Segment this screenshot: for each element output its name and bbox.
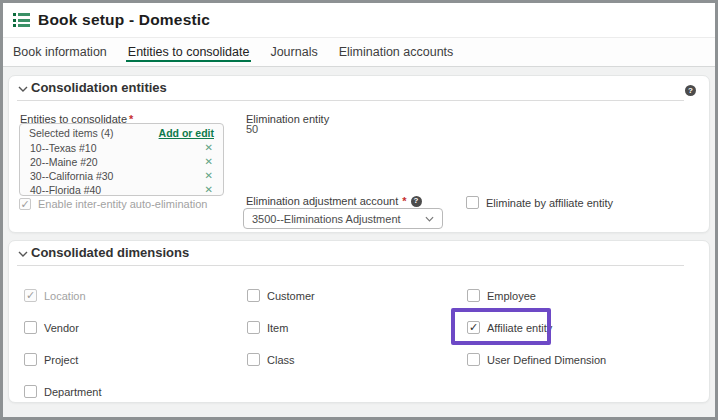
selected-items-count: Selected items (4) <box>29 127 114 139</box>
checkbox[interactable] <box>467 289 480 302</box>
tab-bar: Book information Entities to consolidate… <box>3 37 715 67</box>
book-setup-list-icon <box>13 13 30 27</box>
checkbox[interactable] <box>24 321 37 334</box>
app-window: Book setup - Domestic Book information E… <box>0 0 718 420</box>
consolidated-dimensions-section: Consolidated dimensions ✓ Location Vendo… <box>8 240 710 403</box>
add-or-edit-link[interactable]: Add or edit <box>159 127 214 139</box>
checkbox-label: Vendor <box>44 322 79 334</box>
field-label: Elimination entity <box>246 113 329 125</box>
checkbox-label: Class <box>267 354 295 366</box>
listbox-header: Selected items (4) Add or edit <box>20 124 223 141</box>
checkbox-user-defined-dimension[interactable]: User Defined Dimension <box>467 353 606 366</box>
section-divider <box>17 100 684 101</box>
adjustment-account-select[interactable]: 3500--Eliminations Adjustment <box>243 208 443 229</box>
entity-name: 40--Florida #40 <box>30 184 101 196</box>
checkbox-label: Affiliate entity <box>487 322 552 334</box>
checkbox-department[interactable]: Department <box>24 385 101 398</box>
checkbox-eliminate-by-affiliate-entity[interactable]: Eliminate by affiliate entity <box>466 196 613 209</box>
tab-label: Elimination accounts <box>339 45 454 59</box>
tab-elimination-accounts[interactable]: Elimination accounts <box>339 38 454 66</box>
checkbox-location[interactable]: ✓ Location <box>24 289 86 302</box>
collapse-chevron-icon[interactable] <box>18 251 28 257</box>
tab-label: Book information <box>13 45 107 59</box>
checkbox-label: Location <box>44 290 86 302</box>
checkbox-label: Item <box>267 322 288 334</box>
help-icon[interactable]: ? <box>411 196 422 207</box>
entity-name: 10--Texas #10 <box>30 142 97 154</box>
section-title: Consolidated dimensions <box>31 245 189 260</box>
checkbox[interactable] <box>247 321 260 334</box>
checkbox-label: Customer <box>267 290 315 302</box>
checkbox-vendor[interactable]: Vendor <box>24 321 79 334</box>
active-tab-underline <box>126 60 252 62</box>
check-icon: ✓ <box>26 290 35 301</box>
elimination-entity-label: Elimination entity <box>246 109 329 127</box>
entity-list-item: 40--Florida #40 ✕ <box>20 183 223 196</box>
checkbox[interactable] <box>466 196 479 209</box>
checkbox-enable-inter-entity-auto-elimination[interactable]: ✓ Enable inter-entity auto-elimination <box>19 198 207 210</box>
checkbox[interactable]: ✓ <box>19 198 31 210</box>
tab-book-information[interactable]: Book information <box>13 38 107 66</box>
checkbox[interactable] <box>24 385 37 398</box>
entity-name: 30--California #30 <box>30 170 113 182</box>
checkbox-item[interactable]: Item <box>247 321 288 334</box>
checkbox-label: Eliminate by affiliate entity <box>486 197 613 209</box>
consolidation-entities-section: Consolidation entities ? Entities to con… <box>8 75 710 233</box>
collapse-chevron-icon[interactable] <box>18 86 28 92</box>
elimination-adjustment-account-label: Elimination adjustment account* ? <box>246 195 422 207</box>
tab-label: Journals <box>270 45 317 59</box>
entity-name: 20--Maine #20 <box>30 156 98 168</box>
checkbox-label: Employee <box>487 290 536 302</box>
help-icon[interactable]: ? <box>685 85 696 96</box>
checkbox-employee[interactable]: Employee <box>467 289 536 302</box>
checkbox-label: Department <box>44 386 101 398</box>
checkbox-label: User Defined Dimension <box>487 354 606 366</box>
elimination-entity-value: 50 <box>246 123 258 135</box>
entity-list-item: 10--Texas #10 ✕ <box>20 141 223 155</box>
checkbox[interactable] <box>247 289 260 302</box>
checkbox-customer[interactable]: Customer <box>247 289 315 302</box>
checkbox-class[interactable]: Class <box>247 353 295 366</box>
page-content: Consolidation entities ? Entities to con… <box>3 67 715 417</box>
remove-entity-icon[interactable]: ✕ <box>205 171 213 181</box>
checkbox-affiliate-entity[interactable]: ✓ Affiliate entity <box>467 321 552 334</box>
remove-entity-icon[interactable]: ✕ <box>205 157 213 167</box>
remove-entity-icon[interactable]: ✕ <box>205 143 213 153</box>
required-asterisk: * <box>402 195 406 207</box>
check-icon: ✓ <box>20 198 29 209</box>
entity-list-item: 30--California #30 ✕ <box>20 169 223 183</box>
check-icon: ✓ <box>469 322 478 333</box>
checkbox[interactable]: ✓ <box>467 321 480 334</box>
selected-entities-listbox: Selected items (4) Add or edit 10--Texas… <box>19 123 224 196</box>
checkbox[interactable] <box>467 353 480 366</box>
checkbox-label: Enable inter-entity auto-elimination <box>38 198 207 210</box>
chevron-down-icon <box>425 216 434 222</box>
page-title: Book setup - Domestic <box>38 11 210 29</box>
section-title: Consolidation entities <box>31 80 167 95</box>
checkbox[interactable]: ✓ <box>24 289 37 302</box>
checkbox-project[interactable]: Project <box>24 353 78 366</box>
field-label: Elimination adjustment account <box>246 195 398 207</box>
checkbox-label: Project <box>44 354 78 366</box>
page-header: Book setup - Domestic <box>3 3 715 37</box>
remove-entity-icon[interactable]: ✕ <box>205 185 213 195</box>
entity-list-item: 20--Maine #20 ✕ <box>20 155 223 169</box>
tab-entities-to-consolidate[interactable]: Entities to consolidate <box>128 38 250 66</box>
section-divider <box>17 265 684 266</box>
tab-journals[interactable]: Journals <box>270 38 317 66</box>
tab-label: Entities to consolidate <box>128 45 250 59</box>
checkbox[interactable] <box>247 353 260 366</box>
checkbox[interactable] <box>24 353 37 366</box>
selected-option: 3500--Eliminations Adjustment <box>252 213 401 225</box>
